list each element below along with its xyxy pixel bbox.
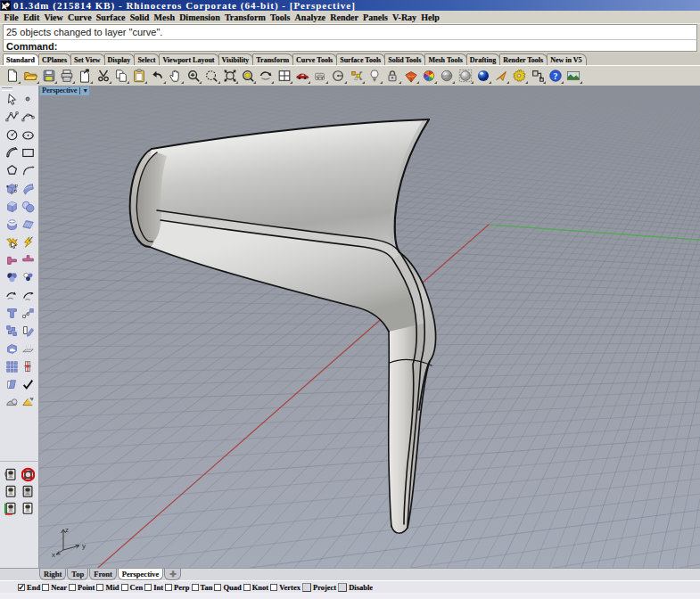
svg-text:x: x (52, 551, 55, 559)
svg-text:z: z (65, 526, 69, 534)
svg-text:y: y (82, 542, 86, 550)
